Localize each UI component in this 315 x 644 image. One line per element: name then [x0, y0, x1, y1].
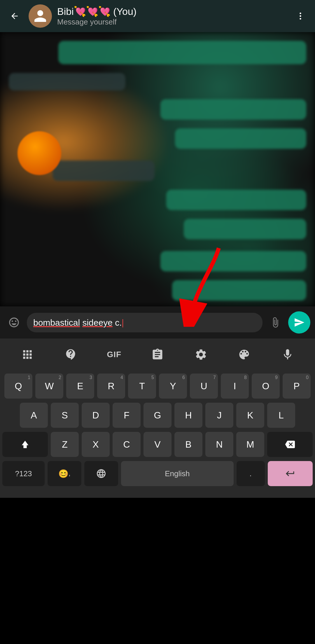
- sticker-button[interactable]: [56, 343, 85, 366]
- key-a[interactable]: A: [20, 403, 48, 428]
- key-f[interactable]: F: [113, 403, 141, 428]
- chat-area: [0, 32, 315, 306]
- attach-button[interactable]: [266, 313, 285, 332]
- key-t[interactable]: 5T: [128, 374, 156, 399]
- key-v[interactable]: V: [144, 432, 172, 457]
- contact-name: Bibi💘💘💘 (You): [57, 6, 292, 18]
- key-l[interactable]: L: [267, 403, 295, 428]
- sticker-image: [18, 131, 61, 175]
- keyboard-toolbar: GIF: [0, 338, 315, 371]
- shift-key[interactable]: [2, 432, 48, 457]
- num-key[interactable]: ?123: [2, 461, 45, 486]
- key-g[interactable]: G: [144, 403, 172, 428]
- key-d[interactable]: D: [82, 403, 110, 428]
- key-h[interactable]: H: [174, 403, 202, 428]
- key-q[interactable]: 1Q: [4, 374, 32, 399]
- key-i[interactable]: 8I: [221, 374, 249, 399]
- period-key[interactable]: .: [237, 461, 265, 486]
- keyboard-settings-button[interactable]: [186, 343, 216, 366]
- key-u[interactable]: 7U: [190, 374, 218, 399]
- gif-button[interactable]: GIF: [99, 343, 129, 366]
- back-button[interactable]: [6, 7, 23, 25]
- keyboard-row-1: 1Q 2W 3E 4R 5T 6Y 7U 8I 9O 0P: [2, 374, 313, 399]
- clipboard-button[interactable]: [143, 343, 172, 366]
- key-e[interactable]: 3E: [66, 374, 94, 399]
- key-m[interactable]: M: [236, 432, 264, 457]
- theme-button[interactable]: [230, 343, 259, 366]
- keyboard-row-2: A S D F G H J K L: [2, 403, 313, 428]
- apps-button[interactable]: [13, 343, 42, 366]
- delete-key[interactable]: [267, 432, 313, 457]
- svg-point-0: [300, 13, 301, 14]
- send-button[interactable]: [288, 311, 310, 334]
- key-k[interactable]: K: [236, 403, 264, 428]
- return-key[interactable]: [268, 461, 313, 486]
- message-input-field[interactable]: bombastical sideeye c.: [27, 313, 262, 332]
- keyboard-bottom-row: ?123 😊, English .: [2, 461, 313, 498]
- key-z[interactable]: Z: [51, 432, 79, 457]
- message-text: bombastical sideeye c.: [33, 317, 123, 328]
- mic-button[interactable]: [273, 343, 302, 366]
- globe-key[interactable]: [84, 461, 118, 486]
- key-y[interactable]: 6Y: [159, 374, 187, 399]
- key-r[interactable]: 4R: [97, 374, 125, 399]
- key-p[interactable]: 0P: [283, 374, 311, 399]
- key-o[interactable]: 9O: [252, 374, 280, 399]
- key-s[interactable]: S: [51, 403, 79, 428]
- key-j[interactable]: J: [205, 403, 233, 428]
- emoji-comma-key[interactable]: 😊,: [48, 461, 81, 486]
- contact-status: Message yourself: [57, 18, 292, 27]
- keyboard: 1Q 2W 3E 4R 5T 6Y 7U 8I 9O 0P A S D F G …: [0, 371, 315, 498]
- key-b[interactable]: B: [174, 432, 202, 457]
- key-x[interactable]: X: [82, 432, 110, 457]
- keyboard-row-3: Z X C V B N M: [2, 432, 313, 457]
- key-w[interactable]: 2W: [35, 374, 63, 399]
- space-key[interactable]: English: [121, 461, 234, 486]
- emoji-button[interactable]: [5, 313, 23, 332]
- contact-info[interactable]: Bibi💘💘💘 (You) Message yourself: [57, 6, 292, 27]
- chat-header: Bibi💘💘💘 (You) Message yourself: [0, 0, 315, 32]
- more-options-button[interactable]: [292, 7, 309, 25]
- key-c[interactable]: C: [113, 432, 141, 457]
- svg-point-2: [300, 18, 301, 20]
- svg-point-1: [300, 15, 301, 17]
- message-input-row: bombastical sideeye c.: [0, 306, 315, 338]
- avatar[interactable]: [29, 4, 52, 28]
- key-n[interactable]: N: [205, 432, 233, 457]
